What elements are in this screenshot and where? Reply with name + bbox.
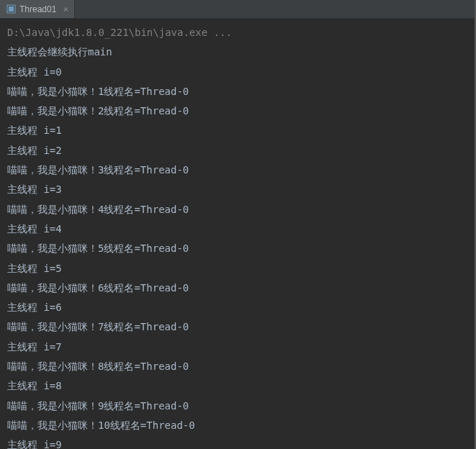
command-line: D:\Java\jdk1.8.0_221\bin\java.exe ... (7, 23, 469, 42)
output-line: 喵喵，我是小猫咪！3线程名=Thread-0 (7, 160, 469, 180)
run-icon (6, 4, 16, 14)
output-line: 主线程 i=5 (7, 259, 469, 278)
console-output: D:\Java\jdk1.8.0_221\bin\java.exe ... 主线… (0, 19, 476, 449)
output-line: 主线程 i=6 (7, 298, 469, 317)
output-line: 喵喵，我是小猫咪！1线程名=Thread-0 (7, 82, 469, 101)
output-line: 喵喵，我是小猫咪！5线程名=Thread-0 (7, 239, 469, 258)
tab-bar: Thread01 × (0, 0, 476, 19)
output-line: 主线程 i=1 (7, 121, 469, 140)
output-line: 主线程会继续执行main (7, 42, 469, 62)
output-line: 喵喵，我是小猫咪！4线程名=Thread-0 (7, 200, 469, 219)
close-icon[interactable]: × (63, 4, 68, 14)
output-line: 喵喵，我是小猫咪！8线程名=Thread-0 (7, 357, 469, 376)
output-line: 喵喵，我是小猫咪！10线程名=Thread-0 (7, 416, 469, 435)
output-line: 喵喵，我是小猫咪！9线程名=Thread-0 (7, 396, 469, 416)
output-line: 主线程 i=9 (7, 435, 469, 449)
output-line: 主线程 i=2 (7, 141, 469, 160)
tab-label: Thread01 (19, 4, 56, 14)
output-line: 主线程 i=3 (7, 180, 469, 199)
output-line: 主线程 i=7 (7, 337, 469, 357)
output-line: 主线程 i=0 (7, 63, 469, 82)
output-line: 主线程 i=4 (7, 219, 469, 239)
output-lines-container: 主线程会继续执行main主线程 i=0喵喵，我是小猫咪！1线程名=Thread-… (7, 42, 469, 449)
output-line: 喵喵，我是小猫咪！2线程名=Thread-0 (7, 101, 469, 121)
output-line: 喵喵，我是小猫咪！6线程名=Thread-0 (7, 278, 469, 298)
svg-rect-1 (9, 6, 14, 12)
output-line: 喵喵，我是小猫咪！7线程名=Thread-0 (7, 317, 469, 337)
output-line: 主线程 i=8 (7, 376, 469, 396)
tab-thread01[interactable]: Thread01 × (0, 0, 75, 18)
